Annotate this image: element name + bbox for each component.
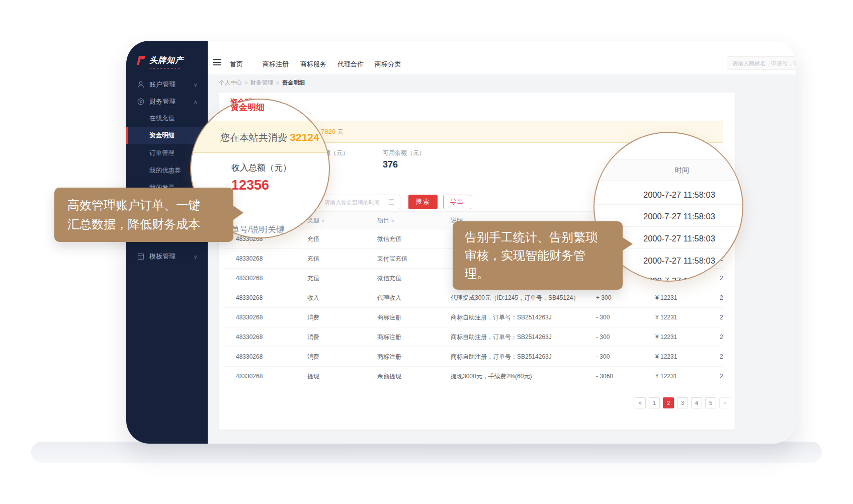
pagination-page-button[interactable]: 5	[705, 397, 716, 408]
cell-time: 2000-7-27 11:58:03	[720, 294, 723, 301]
cell-balance: ¥ 12231	[655, 333, 720, 341]
cell-desc: 商标自助注册，订单号：SB2514263J	[451, 353, 596, 361]
sidebar: 头牌知产 账户管理 ∨ 财务管理 ∧ 在线充值	[126, 41, 208, 444]
cell-desc: 商标自助注册，订单号：SB2514263J	[451, 313, 596, 322]
cell-type: 充值	[307, 235, 377, 243]
cell-type: 收入	[307, 294, 377, 302]
sidebar-subitem-label: 订单管理	[149, 149, 175, 157]
nav-item-trademark-register[interactable]: 商标注册	[263, 60, 289, 69]
pagination-prev-button[interactable]: <	[635, 397, 646, 408]
breadcrumb-separator: >	[276, 79, 280, 86]
pagination: < 1 2 3 4 5 >	[219, 397, 730, 408]
pagination-page-button[interactable]: 1	[649, 397, 660, 408]
pagination-page-button[interactable]: 3	[677, 397, 688, 408]
magnified-banner-text: 您在本站共消费 32124	[220, 131, 319, 144]
chevron-down-icon: ∨	[391, 218, 395, 223]
cell-balance: ¥ 12231	[655, 294, 720, 301]
table-row: 48330268 收入 代理收入 代理提成300元（ID:1245，订单号：SB…	[223, 288, 723, 308]
calendar-icon[interactable]	[389, 199, 394, 205]
balance-label: 可用余额（元）	[383, 149, 425, 157]
cell-type: 提现	[307, 372, 377, 381]
logo-icon	[135, 55, 146, 66]
pagination-page-button[interactable]: 4	[691, 397, 702, 408]
cell-order: 48330268	[223, 255, 307, 262]
nav-item-home[interactable]: 首页	[230, 60, 243, 69]
cell-type: 充值	[307, 255, 377, 263]
cell-type: 消费	[307, 353, 377, 361]
sidebar-item-account[interactable]: 账户管理 ∨	[126, 77, 208, 92]
user-icon	[137, 81, 144, 88]
balance-value: 376	[383, 159, 398, 170]
cell-time: 2000-7-27 11:58:03	[720, 314, 723, 321]
export-button[interactable]: 导出	[443, 195, 471, 209]
cell-time: 2000-7-27 11:58:03	[720, 333, 723, 341]
table-row: 48330268 消费 商标注册 商标自助注册，订单号：SB2514263J -…	[223, 347, 723, 367]
consumption-banner-amount: 7820 元	[321, 128, 344, 136]
table-row: 48330268 消费 商标注册 商标自助注册，订单号：SB2514263J -…	[223, 308, 723, 327]
chevron-down-icon: ∨	[321, 218, 325, 223]
sidebar-subitem-label: 我的优惠券	[149, 166, 181, 175]
table-row: 48330268 提现 余额提现 提现3000元，手续费2%(60元) - 30…	[223, 367, 723, 386]
cell-type: 充值	[307, 274, 377, 283]
hamburger-menu-icon[interactable]	[213, 59, 221, 65]
pagination-page-button-active[interactable]: 2	[663, 397, 674, 408]
cell-project: 微信充值	[377, 274, 451, 283]
chevron-up-icon: ∧	[194, 99, 197, 105]
sidebar-item-finance[interactable]: 财务管理 ∧	[126, 94, 208, 109]
nav-item-trademark-service[interactable]: 商标服务	[300, 60, 326, 69]
magnified-banner: 您在本站共消费 32124	[191, 121, 330, 153]
cell-amount: - 300	[596, 353, 655, 360]
cell-project: 微信充值	[377, 235, 451, 243]
breadcrumb-item[interactable]: 个人中心	[219, 79, 242, 86]
cell-time: 2000-7-27 11:58:03	[720, 353, 723, 360]
breadcrumb: 个人中心>财务管理>资金明细	[219, 79, 305, 87]
laptop-base	[31, 442, 822, 463]
cell-balance: ¥ 12231	[655, 353, 720, 360]
cell-type: 消费	[307, 333, 377, 342]
cell-project: 代理收入	[377, 294, 451, 302]
cell-balance: ¥ 12231	[655, 373, 720, 380]
header-type[interactable]: 类型∨	[307, 216, 377, 225]
pagination-next-button[interactable]: >	[719, 397, 730, 408]
cell-order: 48330268	[223, 294, 307, 301]
breadcrumb-item[interactable]: 财务管理	[250, 79, 274, 86]
magnified-time-header: 时间	[675, 166, 689, 175]
nav-item-trademark-category[interactable]: 商标分类	[375, 60, 401, 69]
sidebar-item-recharge[interactable]: 在线充值	[149, 112, 205, 125]
cell-order: 48330268	[223, 333, 307, 341]
table-row: 48330268 消费 商标注册 商标自助注册，订单号：SB2514263J -…	[223, 327, 723, 347]
income-label: 收入总额（元）	[231, 162, 291, 174]
cell-project: 商标注册	[377, 353, 451, 361]
chevron-down-icon: ∨	[194, 254, 197, 260]
sidebar-item-template[interactable]: 模板管理 ∨	[126, 249, 208, 264]
cell-project: 支付宝充值	[377, 255, 451, 263]
date-query-input[interactable]	[319, 195, 400, 209]
breadcrumb-separator: >	[244, 79, 248, 86]
cell-project: 余额提现	[377, 372, 451, 381]
income-value: 12356	[231, 178, 269, 193]
search-button[interactable]: 搜索	[408, 195, 438, 209]
sidebar-item-label: 账户管理	[149, 80, 176, 89]
chevron-down-icon: ∨	[194, 82, 197, 88]
magnified-page-title: 资金明细	[230, 102, 265, 113]
header-project[interactable]: 项目∨	[377, 216, 451, 225]
nav-item-agent-coop[interactable]: 代理合作	[337, 60, 364, 69]
cell-time: 2000-7-27 11:58:03	[720, 373, 723, 380]
magnified-time-value: 2000-7-27 11:58:03	[643, 212, 739, 221]
cell-amount: - 300	[596, 333, 655, 341]
magnified-time-header-band	[594, 159, 743, 181]
banner-magnified-amount: 32124	[290, 131, 319, 143]
logo: 头牌知产	[135, 54, 206, 67]
logo-tagline-decoration	[150, 68, 180, 69]
magnified-time-value: 2000-7-27 11:58:03	[643, 234, 739, 243]
finance-icon	[137, 98, 144, 105]
cell-order: 48330268	[223, 314, 307, 321]
cell-desc: 商标自助注册，订单号：SB2514263J	[451, 333, 596, 342]
search-input[interactable]	[727, 56, 796, 70]
cell-amount: + 300	[596, 294, 655, 301]
callout-right: 告别手工统计、告别繁琐 审核，实现智能财务管 理。	[453, 221, 623, 290]
topbar: 首页 商标注册 商标服务 代理合作 商标分类	[208, 41, 796, 74]
cell-time: 2000-7-27 11:58:03	[720, 275, 723, 282]
sidebar-item-label: 财务管理	[149, 97, 176, 106]
cell-type: 消费	[307, 313, 377, 322]
